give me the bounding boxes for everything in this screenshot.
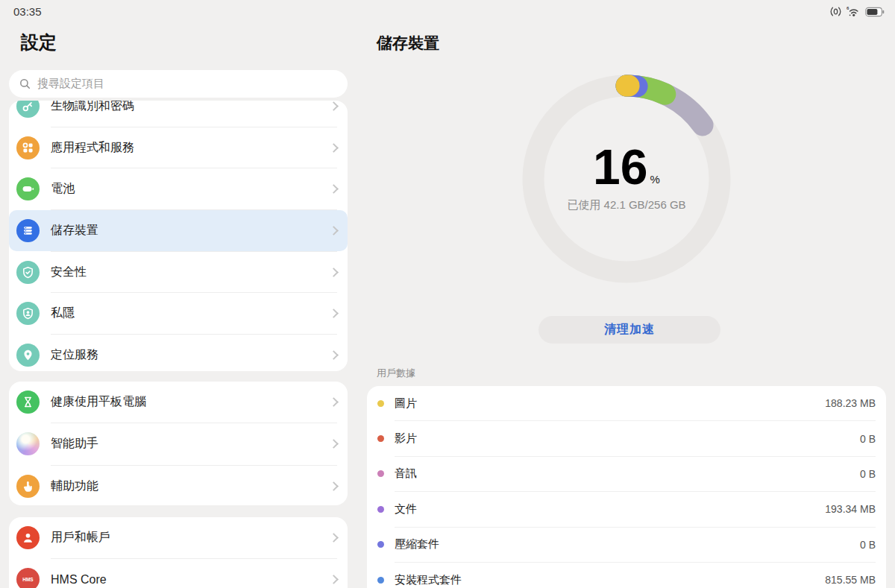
sidebar-item-label: 生物識別和密碼 — [51, 101, 330, 114]
sidebar-item-label: 私隱 — [51, 306, 330, 321]
chevron-right-icon — [329, 350, 339, 360]
user-data-card: 圖片188.23 MB影片0 B音訊0 B文件193.34 MB壓縮套件0 B安… — [367, 386, 886, 588]
category-dot — [377, 400, 384, 407]
sidebar-item-label: 智能助手 — [51, 436, 330, 452]
chevron-right-icon — [329, 184, 339, 194]
category-size: 0 B — [860, 539, 876, 551]
category-size: 815.55 MB — [825, 574, 876, 586]
search-placeholder: 搜尋設定項目 — [37, 77, 104, 91]
user-data-section-label: 用戶數據 — [377, 367, 415, 380]
sidebar-item-label: 儲存裝置 — [51, 223, 330, 238]
usage-text: 已使用 42.1 GB/256 GB — [567, 198, 685, 212]
category-label: 文件 — [395, 502, 825, 516]
user-data-row: 壓縮套件0 B — [367, 528, 886, 562]
chevron-right-icon — [329, 481, 339, 491]
category-label: 安裝程式套件 — [395, 573, 825, 587]
user-data-row: 文件193.34 MB — [367, 492, 886, 526]
sidebar-item[interactable]: 安全性 — [9, 252, 348, 293]
hms-icon: HMS — [16, 568, 40, 588]
chevron-right-icon — [329, 440, 339, 449]
wifi6-icon: 6 — [847, 6, 860, 17]
category-size: 193.34 MB — [825, 503, 876, 515]
sidebar-item[interactable]: 用戶和帳戶 — [9, 517, 348, 558]
user-data-row: 音訊0 B — [367, 457, 886, 491]
user-data-row: 影片0 B — [367, 421, 886, 455]
category-label: 圖片 — [395, 396, 825, 411]
sidebar-item-label: 電池 — [51, 181, 330, 197]
privacy-person-icon — [16, 302, 40, 325]
category-size: 0 B — [860, 468, 876, 480]
sidebar-group-2: 健康使用平板電腦智能助手輔助功能 — [9, 382, 348, 505]
accessibility-hand-icon — [16, 475, 40, 498]
search-input[interactable]: 搜尋設定項目 — [9, 70, 348, 98]
settings-title: 設定 — [21, 31, 57, 54]
percent-used-value: 16 — [593, 145, 647, 189]
sidebar-item-label: HMS Core — [51, 573, 330, 587]
chevron-right-icon — [329, 309, 339, 318]
sidebar-group-1: 生物識別和密碼應用程式和服務電池儲存裝置安全性私隱定位服務 — [9, 101, 348, 371]
chevron-right-icon — [329, 143, 339, 153]
sidebar-item[interactable]: 儲存裝置 — [9, 210, 348, 251]
sidebar-item[interactable]: 輔助功能 — [9, 466, 348, 505]
chevron-right-icon — [329, 397, 339, 407]
storage-icon — [16, 219, 40, 242]
chevron-right-icon — [329, 226, 339, 235]
chevron-right-icon — [329, 101, 339, 111]
vibrate-icon — [830, 6, 841, 17]
search-icon — [19, 78, 31, 89]
sidebar-item-label: 應用程式和服務 — [51, 140, 330, 156]
page-title: 儲存裝置 — [377, 33, 439, 54]
status-time: 03:35 — [13, 5, 42, 18]
battery-icon — [865, 7, 885, 17]
chevron-right-icon — [329, 268, 339, 277]
category-dot — [377, 541, 384, 548]
percent-sign: % — [650, 173, 660, 186]
category-label: 影片 — [395, 431, 860, 446]
user-data-row: 圖片188.23 MB — [367, 386, 886, 420]
user-data-row: 安裝程式套件815.55 MB — [367, 563, 886, 588]
battery-round-icon — [16, 177, 40, 200]
svg-text:6: 6 — [847, 6, 850, 10]
donut-center: 16 % 已使用 42.1 GB/256 GB — [518, 71, 735, 287]
sidebar-item[interactable]: 電池 — [9, 168, 348, 209]
sidebar-item-label: 用戶和帳戶 — [51, 530, 330, 546]
sidebar-item[interactable]: HMSHMS Core — [9, 559, 348, 588]
clean-accelerate-button[interactable]: 清理加速 — [538, 316, 720, 344]
category-label: 壓縮套件 — [395, 537, 860, 551]
apps-grid-icon — [16, 136, 40, 159]
category-size: 0 B — [860, 433, 876, 445]
category-dot — [377, 470, 384, 477]
chevron-right-icon — [329, 533, 339, 543]
sidebar-item[interactable]: 應用程式和服務 — [9, 127, 348, 168]
category-dot — [377, 435, 384, 442]
sidebar-item-label: 定位服務 — [51, 347, 330, 363]
chevron-right-icon — [329, 575, 339, 584]
sidebar-item[interactable]: 私隱 — [9, 293, 348, 334]
sidebar-item-label: 健康使用平板電腦 — [51, 394, 330, 410]
sidebar-item-label: 安全性 — [51, 265, 330, 280]
user-icon — [16, 526, 40, 549]
category-dot — [377, 577, 384, 584]
assistant-orb-icon — [16, 432, 40, 455]
sidebar-item[interactable]: 智能助手 — [9, 423, 348, 464]
shield-check-icon — [16, 261, 40, 284]
category-dot — [377, 506, 384, 513]
status-icons: 6 — [830, 6, 885, 17]
location-pin-icon — [16, 344, 40, 367]
sidebar-item[interactable]: 健康使用平板電腦 — [9, 382, 348, 423]
hourglass-icon — [16, 391, 40, 414]
key-icon — [16, 101, 40, 118]
sidebar-item[interactable]: 生物識別和密碼 — [9, 101, 348, 127]
sidebar-group-3: 用戶和帳戶HMSHMS Core — [9, 517, 348, 588]
sidebar-item[interactable]: 定位服務 — [9, 335, 348, 371]
sidebar-item-label: 輔助功能 — [51, 478, 330, 494]
svg-text:HMS: HMS — [22, 577, 34, 582]
category-label: 音訊 — [395, 467, 860, 481]
category-size: 188.23 MB — [825, 397, 876, 409]
